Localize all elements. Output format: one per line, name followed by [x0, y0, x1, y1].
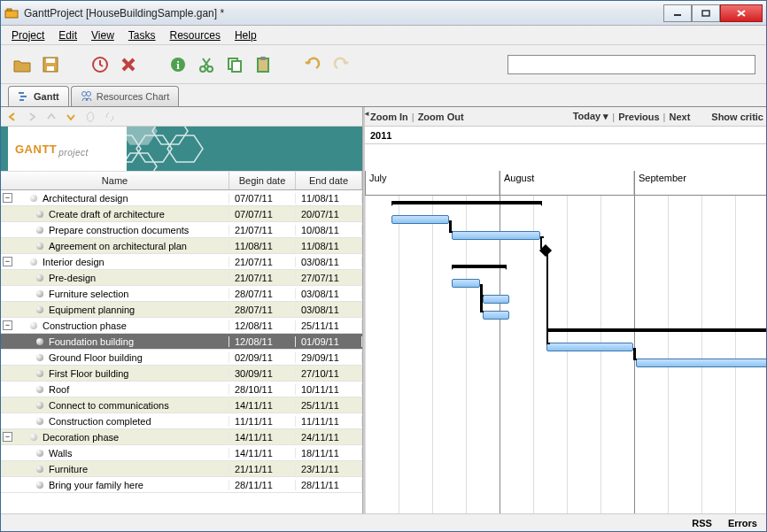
status-errors[interactable]: Errors: [728, 518, 757, 528]
save-icon[interactable]: [40, 54, 61, 75]
col-begin[interactable]: Begin date: [229, 172, 296, 189]
task-name: First Floor building: [49, 368, 128, 379]
task-bullet-icon: [30, 434, 37, 441]
undo-icon[interactable]: [302, 54, 323, 75]
month-header: July August September: [365, 171, 766, 196]
previous-button[interactable]: Previous: [618, 112, 659, 122]
task-row[interactable]: Bring your family here28/11/1128/11/11: [1, 477, 362, 493]
unlink-icon[interactable]: [102, 109, 118, 125]
task-bar[interactable]: [483, 311, 509, 320]
col-name[interactable]: Name: [1, 172, 229, 189]
task-name: Agreement on architectural plan: [49, 241, 187, 251]
next-button[interactable]: Next: [669, 112, 690, 122]
task-end: 03/08/11: [296, 289, 362, 299]
task-bullet-icon: [36, 418, 43, 425]
nav-forward-icon[interactable]: [24, 109, 40, 125]
tab-gantt[interactable]: Gantt: [8, 86, 69, 106]
task-row[interactable]: −Architectural design07/07/1111/08/11: [1, 190, 362, 206]
task-row[interactable]: Walls14/11/1118/11/11: [1, 445, 362, 461]
task-bar[interactable]: [636, 359, 766, 367]
task-name: Pre-design: [49, 273, 96, 283]
task-row[interactable]: Prepare construction documents21/07/1110…: [1, 222, 362, 238]
task-row[interactable]: Foundation building12/08/1101/09/11: [1, 334, 362, 350]
svg-rect-13: [232, 61, 241, 72]
task-row[interactable]: Furniture21/11/1123/11/11: [1, 461, 362, 477]
task-end: 11/08/11: [296, 193, 362, 204]
task-row[interactable]: First Floor building30/09/1127/10/11: [1, 366, 362, 382]
expander-icon[interactable]: −: [3, 432, 12, 442]
nav-down-icon[interactable]: [63, 109, 79, 125]
zoom-out-button[interactable]: Zoom Out: [418, 112, 464, 122]
gantt-chart[interactable]: [365, 196, 766, 513]
expander-icon[interactable]: −: [3, 257, 12, 266]
tabstrip: Gantt Resources Chart: [1, 84, 766, 107]
expander-icon[interactable]: −: [3, 193, 12, 203]
paste-icon[interactable]: [252, 54, 274, 75]
menu-help[interactable]: Help: [229, 27, 262, 43]
hex-decoration: [97, 127, 362, 171]
task-bar[interactable]: [391, 215, 449, 224]
timeline-toolbar: Zoom In | Zoom Out Today ▾ | Previous | …: [365, 107, 766, 127]
close-button[interactable]: [720, 4, 763, 22]
task-bar[interactable]: [452, 279, 480, 288]
task-row[interactable]: Furniture selection28/07/1103/08/11: [1, 286, 362, 302]
menu-view[interactable]: View: [86, 27, 120, 43]
show-critical-button[interactable]: Show critic: [711, 112, 763, 122]
task-bullet-icon: [36, 482, 43, 489]
month-september: September: [634, 171, 766, 195]
task-row[interactable]: Equipment planning28/07/1103/08/11: [1, 302, 362, 318]
task-row[interactable]: Pre-design21/07/1127/07/11: [1, 270, 362, 286]
menu-edit[interactable]: Edit: [53, 27, 82, 43]
task-bullet-icon: [30, 195, 37, 202]
summary-bar[interactable]: [546, 328, 766, 332]
task-row[interactable]: Roof28/10/1110/11/11: [1, 382, 362, 397]
maximize-button[interactable]: [692, 4, 720, 22]
menu-resources[interactable]: Resources: [165, 27, 226, 43]
svg-rect-15: [260, 57, 266, 60]
summary-bar[interactable]: [452, 265, 507, 268]
task-row[interactable]: Connect to communications14/11/1125/11/1…: [1, 397, 362, 413]
copy-icon[interactable]: [224, 54, 245, 75]
task-row[interactable]: −Decoration phase14/11/1124/11/11: [1, 429, 362, 445]
svg-text:i: i: [176, 58, 180, 72]
task-name: Foundation building: [49, 336, 134, 347]
task-bar[interactable]: [483, 295, 509, 304]
delete-icon[interactable]: [118, 54, 139, 75]
summary-bar[interactable]: [391, 201, 542, 204]
nav-up-icon[interactable]: [43, 109, 59, 125]
minimize-button[interactable]: [663, 4, 692, 22]
task-row[interactable]: Agreement on architectural plan11/08/111…: [1, 238, 362, 254]
task-bar[interactable]: [546, 343, 633, 351]
task-row[interactable]: Create draft of architecture07/07/1120/0…: [1, 206, 362, 222]
svg-point-19: [81, 91, 86, 96]
expander-icon[interactable]: −: [3, 320, 12, 330]
open-icon[interactable]: [12, 54, 33, 75]
status-rss[interactable]: RSS: [692, 518, 712, 528]
clock-icon[interactable]: [89, 54, 111, 75]
col-end[interactable]: End date: [296, 172, 362, 189]
search-input[interactable]: [507, 55, 755, 74]
task-row[interactable]: Construction completed11/11/1111/11/11: [1, 413, 362, 429]
menu-tasks[interactable]: Tasks: [123, 27, 161, 43]
svg-rect-6: [47, 66, 54, 71]
task-row[interactable]: Ground Floor building02/09/1129/09/11: [1, 350, 362, 366]
task-begin: 12/08/11: [229, 336, 296, 347]
menu-project[interactable]: Project: [6, 27, 50, 43]
app-window: GanttProject [HouseBuildingSample.gan] *…: [0, 0, 767, 532]
tab-resources[interactable]: Resources Chart: [71, 86, 180, 106]
cut-icon[interactable]: [196, 54, 217, 75]
nav-back-icon[interactable]: [4, 109, 20, 125]
link-icon[interactable]: [82, 109, 98, 125]
task-bar[interactable]: [452, 231, 540, 240]
redo-icon[interactable]: [330, 54, 352, 75]
task-rows: −Architectural design07/07/1111/08/11Cre…: [1, 190, 362, 513]
today-button[interactable]: Today ▾: [573, 111, 609, 122]
menubar: Project Edit View Tasks Resources Help: [1, 26, 766, 45]
svg-rect-18: [19, 99, 24, 101]
table-header: Name Begin date End date: [1, 171, 362, 190]
zoom-in-button[interactable]: Zoom In: [370, 112, 408, 122]
task-bullet-icon: [30, 322, 37, 329]
task-row[interactable]: −Interior design21/07/1103/08/11: [1, 254, 362, 270]
info-icon[interactable]: i: [167, 54, 189, 75]
task-row[interactable]: −Construction phase12/08/1125/11/11: [1, 318, 362, 334]
